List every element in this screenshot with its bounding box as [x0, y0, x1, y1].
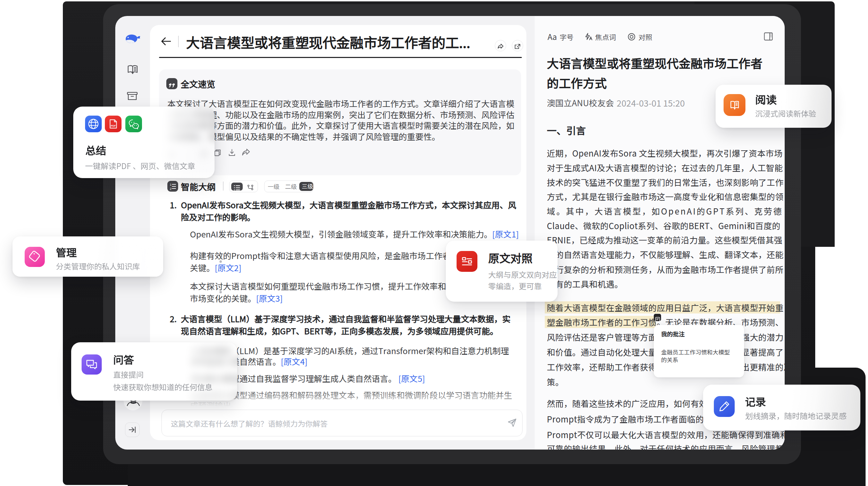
- svg-text:2: 2: [170, 187, 172, 191]
- svg-text:PDF: PDF: [111, 124, 116, 127]
- svg-text:1: 1: [170, 183, 172, 186]
